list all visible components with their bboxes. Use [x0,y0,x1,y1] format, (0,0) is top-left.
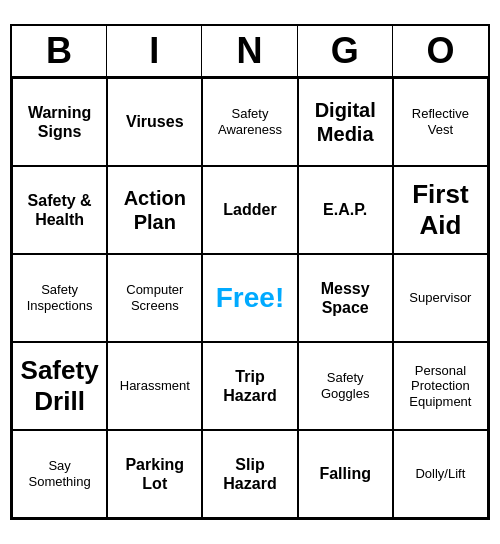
header-letter: G [298,26,393,76]
bingo-card: BINGO Warning SignsVirusesSafety Awarene… [10,24,490,520]
bingo-cell: First Aid [393,166,488,254]
bingo-cell: Messy Space [298,254,393,342]
header-letter: O [393,26,488,76]
bingo-cell: Safety & Health [12,166,107,254]
bingo-cell: Supervisor [393,254,488,342]
bingo-cell: Dolly/Lift [393,430,488,518]
bingo-cell: Viruses [107,78,202,166]
header-letter: B [12,26,107,76]
bingo-cell: Action Plan [107,166,202,254]
bingo-grid: Warning SignsVirusesSafety AwarenessDigi… [12,78,488,518]
bingo-cell: Harassment [107,342,202,430]
header-letter: I [107,26,202,76]
bingo-cell: Computer Screens [107,254,202,342]
bingo-cell: Say Something [12,430,107,518]
bingo-cell: Parking Lot [107,430,202,518]
header-letter: N [202,26,297,76]
bingo-header: BINGO [12,26,488,78]
bingo-cell: Safety Drill [12,342,107,430]
bingo-cell: Reflective Vest [393,78,488,166]
bingo-cell: Digital Media [298,78,393,166]
bingo-cell: Trip Hazard [202,342,297,430]
bingo-cell: Safety Awareness [202,78,297,166]
bingo-cell: Safety Inspections [12,254,107,342]
bingo-cell: Falling [298,430,393,518]
bingo-cell: Free! [202,254,297,342]
bingo-cell: E.A.P. [298,166,393,254]
bingo-cell: Slip Hazard [202,430,297,518]
bingo-cell: Ladder [202,166,297,254]
bingo-cell: Personal Protection Equipment [393,342,488,430]
bingo-cell: Safety Goggles [298,342,393,430]
bingo-cell: Warning Signs [12,78,107,166]
